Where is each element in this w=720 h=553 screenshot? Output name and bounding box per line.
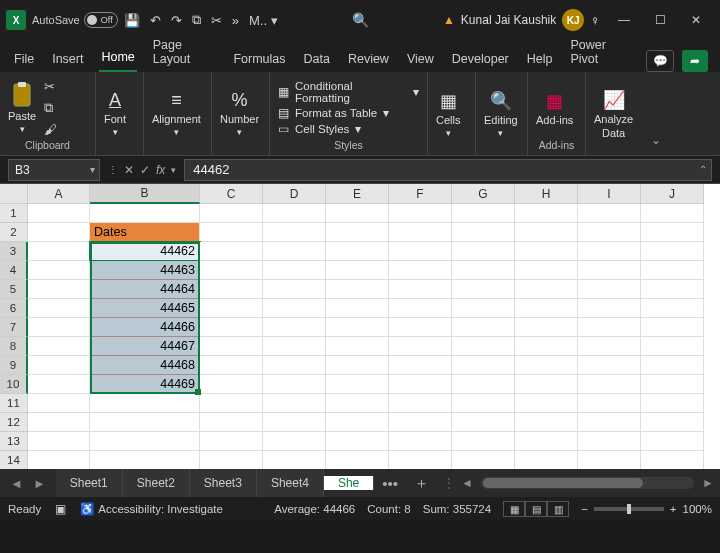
- zoom-slider[interactable]: [594, 507, 664, 511]
- row-header-9[interactable]: 9: [0, 356, 28, 375]
- cell-F13[interactable]: [389, 432, 452, 451]
- cell-H7[interactable]: [515, 318, 578, 337]
- sheet-prev-icon[interactable]: ◄: [10, 476, 23, 491]
- analyze-data-button[interactable]: 📈AnalyzeData: [594, 89, 633, 139]
- cell-C3[interactable]: [200, 242, 263, 261]
- cell-H3[interactable]: [515, 242, 578, 261]
- zoom-in-button[interactable]: +: [670, 503, 677, 515]
- cell-B13[interactable]: [90, 432, 200, 451]
- cell-F3[interactable]: [389, 242, 452, 261]
- view-page-break-button[interactable]: ▥: [547, 501, 569, 517]
- row-header-1[interactable]: 1: [0, 204, 28, 223]
- number-button[interactable]: %Number▾: [220, 90, 259, 137]
- cell-J5[interactable]: [641, 280, 704, 299]
- cell-J2[interactable]: [641, 223, 704, 242]
- cell-D12[interactable]: [263, 413, 326, 432]
- tab-help[interactable]: Help: [525, 46, 555, 72]
- cell-B12[interactable]: [90, 413, 200, 432]
- cell-A13[interactable]: [28, 432, 90, 451]
- row-header-6[interactable]: 6: [0, 299, 28, 318]
- cell-C14[interactable]: [200, 451, 263, 469]
- cell-G13[interactable]: [452, 432, 515, 451]
- cell-G1[interactable]: [452, 204, 515, 223]
- zoom-out-button[interactable]: −: [581, 503, 588, 515]
- cell-A14[interactable]: [28, 451, 90, 469]
- cell-E8[interactable]: [326, 337, 389, 356]
- cell-C7[interactable]: [200, 318, 263, 337]
- cell-E4[interactable]: [326, 261, 389, 280]
- cell-D11[interactable]: [263, 394, 326, 413]
- cell-F1[interactable]: [389, 204, 452, 223]
- cell-styles-button[interactable]: ▭Cell Styles ▾: [278, 122, 419, 136]
- cells-button[interactable]: ▦Cells▾: [436, 90, 460, 138]
- paste-button[interactable]: Paste ▾: [8, 82, 36, 134]
- editing-button[interactable]: 🔍Editing▾: [484, 90, 518, 138]
- tab-developer[interactable]: Developer: [450, 46, 511, 72]
- col-header-I[interactable]: I: [578, 184, 641, 204]
- row-header-8[interactable]: 8: [0, 337, 28, 356]
- cell-G7[interactable]: [452, 318, 515, 337]
- cell-C10[interactable]: [200, 375, 263, 394]
- col-header-J[interactable]: J: [641, 184, 704, 204]
- cell-G11[interactable]: [452, 394, 515, 413]
- cell-I5[interactable]: [578, 280, 641, 299]
- cell-I4[interactable]: [578, 261, 641, 280]
- cell-F2[interactable]: [389, 223, 452, 242]
- fx-icon[interactable]: fx: [156, 163, 165, 177]
- maximize-button[interactable]: ☐: [642, 5, 678, 35]
- cell-C2[interactable]: [200, 223, 263, 242]
- horizontal-scrollbar[interactable]: [481, 477, 694, 489]
- share-button[interactable]: ➦: [682, 50, 708, 72]
- cell-C9[interactable]: [200, 356, 263, 375]
- cell-J1[interactable]: [641, 204, 704, 223]
- cell-B6[interactable]: 44465: [90, 299, 200, 318]
- tab-formulas[interactable]: Formulas: [231, 46, 287, 72]
- row-header-12[interactable]: 12: [0, 413, 28, 432]
- cell-E13[interactable]: [326, 432, 389, 451]
- cell-I11[interactable]: [578, 394, 641, 413]
- cell-H12[interactable]: [515, 413, 578, 432]
- sheet-tab-active[interactable]: She: [324, 476, 374, 490]
- cell-J13[interactable]: [641, 432, 704, 451]
- warning-icon[interactable]: ▲: [443, 13, 455, 27]
- cell-E6[interactable]: [326, 299, 389, 318]
- cell-D14[interactable]: [263, 451, 326, 469]
- tab-power-pivot[interactable]: Power Pivot: [568, 32, 632, 72]
- cell-H8[interactable]: [515, 337, 578, 356]
- cell-D4[interactable]: [263, 261, 326, 280]
- cell-I10[interactable]: [578, 375, 641, 394]
- overflow-icon[interactable]: »: [232, 13, 239, 28]
- cell-F12[interactable]: [389, 413, 452, 432]
- cell-G12[interactable]: [452, 413, 515, 432]
- font-button[interactable]: AFont▾: [104, 90, 126, 137]
- cell-D3[interactable]: [263, 242, 326, 261]
- col-header-G[interactable]: G: [452, 184, 515, 204]
- cell-C8[interactable]: [200, 337, 263, 356]
- cell-J6[interactable]: [641, 299, 704, 318]
- row-header-10[interactable]: 10: [0, 375, 28, 394]
- sheet-tab-sheet4[interactable]: Sheet4: [257, 469, 324, 497]
- cell-E2[interactable]: [326, 223, 389, 242]
- cell-E5[interactable]: [326, 280, 389, 299]
- cell-D2[interactable]: [263, 223, 326, 242]
- cell-H1[interactable]: [515, 204, 578, 223]
- cell-I1[interactable]: [578, 204, 641, 223]
- tab-data[interactable]: Data: [302, 46, 332, 72]
- formula-input[interactable]: 44462 ⌃: [184, 159, 712, 181]
- tab-page-layout[interactable]: Page Layout: [151, 32, 218, 72]
- user-avatar[interactable]: KJ: [562, 9, 584, 31]
- cell-F5[interactable]: [389, 280, 452, 299]
- format-as-table-button[interactable]: ▤Format as Table ▾: [278, 106, 419, 120]
- cell-J10[interactable]: [641, 375, 704, 394]
- cell-H10[interactable]: [515, 375, 578, 394]
- cell-D6[interactable]: [263, 299, 326, 318]
- cell-A4[interactable]: [28, 261, 90, 280]
- col-header-F[interactable]: F: [389, 184, 452, 204]
- col-header-B[interactable]: B: [90, 184, 200, 204]
- col-header-H[interactable]: H: [515, 184, 578, 204]
- alignment-button[interactable]: ≡Alignment▾: [152, 90, 201, 137]
- cell-A6[interactable]: [28, 299, 90, 318]
- cell-B8[interactable]: 44467: [90, 337, 200, 356]
- row-header-14[interactable]: 14: [0, 451, 28, 469]
- cell-G2[interactable]: [452, 223, 515, 242]
